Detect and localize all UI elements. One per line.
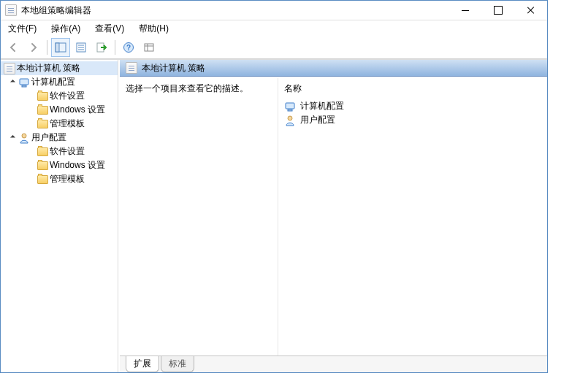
svg-rect-9 xyxy=(145,44,153,51)
toolbar: ? xyxy=(1,36,547,59)
menu-file[interactable]: 文件(F) xyxy=(5,21,39,36)
filter-icon xyxy=(143,42,155,53)
list-item-label: 计算机配置 xyxy=(300,100,344,112)
details-header-title: 本地计算机 策略 xyxy=(142,62,205,74)
titlebar: 本地组策略编辑器 xyxy=(1,1,547,20)
help-icon: ? xyxy=(123,42,134,53)
folder-icon xyxy=(37,120,48,128)
tree-leaf-software-settings[interactable]: 软件设置 xyxy=(1,89,118,103)
details-body: 选择一个项目来查看它的描述。 名称 计算机配置 xyxy=(120,77,547,356)
body: 本地计算机 策略 计算机配置 软件设置 W xyxy=(1,59,547,372)
window-title-text: 本地组策略编辑器 xyxy=(21,4,91,17)
svg-rect-16 xyxy=(288,109,292,111)
folder-icon xyxy=(37,147,48,156)
filter-button[interactable] xyxy=(140,38,159,57)
policy-doc-icon xyxy=(5,4,17,16)
toolbar-separator xyxy=(115,40,115,55)
tree-node-computer-config[interactable]: 计算机配置 xyxy=(1,75,118,89)
list-item-user-config[interactable]: 用户配置 xyxy=(284,113,541,127)
tree-label: 软件设置 xyxy=(50,145,85,158)
items-list: 名称 计算机配置 用户配置 xyxy=(278,78,547,356)
tree-label: Windows 设置 xyxy=(50,104,105,116)
close-button[interactable] xyxy=(514,1,547,20)
svg-point-14 xyxy=(22,134,26,138)
arrow-right-icon xyxy=(28,42,39,53)
tree-leaf-windows-settings[interactable]: Windows 设置 xyxy=(1,103,118,117)
tab-extended[interactable]: 扩展 xyxy=(126,356,159,372)
toolbar-separator xyxy=(47,40,47,55)
tree-pane-icon xyxy=(55,42,66,53)
menu-action[interactable]: 操作(A) xyxy=(48,21,83,36)
show-tree-button[interactable] xyxy=(51,38,70,57)
tree-leaf-software-settings[interactable]: 软件设置 xyxy=(1,145,118,158)
details-header: 本地计算机 策略 xyxy=(120,60,547,77)
details-pane: 本地计算机 策略 选择一个项目来查看它的描述。 名称 计算机配置 xyxy=(118,60,547,372)
export-button[interactable] xyxy=(92,38,111,57)
user-icon xyxy=(284,115,296,126)
svg-rect-1 xyxy=(56,43,59,52)
tree-label: 管理模板 xyxy=(50,173,85,185)
column-header-name[interactable]: 名称 xyxy=(284,81,541,99)
sidebar-tree: 本地计算机 策略 计算机配置 软件设置 W xyxy=(1,60,118,372)
tree-label: 管理模板 xyxy=(50,118,85,130)
folder-icon xyxy=(37,175,48,184)
svg-point-17 xyxy=(288,116,292,120)
menu-view[interactable]: 查看(V) xyxy=(92,21,127,36)
tree-label: 本地计算机 策略 xyxy=(17,62,80,74)
window-title: 本地组策略编辑器 xyxy=(5,4,449,17)
tree-node-user-config[interactable]: 用户配置 xyxy=(1,131,118,145)
svg-rect-13 xyxy=(22,85,26,87)
forward-button[interactable] xyxy=(24,38,43,57)
tree-label: 计算机配置 xyxy=(31,76,75,88)
arrow-left-icon xyxy=(7,42,19,53)
description-prompt: 选择一个项目来查看它的描述。 xyxy=(126,83,248,93)
policy-doc-icon xyxy=(126,62,137,74)
description-panel: 选择一个项目来查看它的描述。 xyxy=(120,78,278,356)
tree-label: 软件设置 xyxy=(50,90,85,102)
properties-icon xyxy=(75,42,87,53)
minimize-button[interactable] xyxy=(449,1,481,20)
svg-rect-15 xyxy=(286,103,294,109)
computer-icon xyxy=(18,77,30,88)
list-item-label: 用户配置 xyxy=(300,114,335,126)
chevron-down-icon[interactable] xyxy=(8,134,17,142)
folder-icon xyxy=(37,92,48,101)
menu-help[interactable]: 帮助(H) xyxy=(136,21,172,36)
tree-label: Windows 设置 xyxy=(50,159,105,172)
maximize-button[interactable] xyxy=(481,1,514,20)
export-icon xyxy=(96,42,107,53)
help-button[interactable]: ? xyxy=(119,38,138,57)
policy-doc-icon xyxy=(4,63,15,74)
tree-label: 用户配置 xyxy=(31,131,66,144)
user-icon xyxy=(18,132,30,144)
tab-standard[interactable]: 标准 xyxy=(161,356,194,372)
window-controls xyxy=(449,1,547,20)
menubar: 文件(F) 操作(A) 查看(V) 帮助(H) xyxy=(1,20,547,36)
app-window: 本地组策略编辑器 文件(F) 操作(A) 查看(V) 帮助(H) xyxy=(0,0,548,373)
folder-icon xyxy=(37,106,48,115)
tree-node-root[interactable]: 本地计算机 策略 xyxy=(1,61,118,75)
tree-leaf-windows-settings[interactable]: Windows 设置 xyxy=(1,158,118,172)
chevron-down-icon[interactable] xyxy=(8,78,17,87)
properties-button[interactable] xyxy=(72,38,91,57)
tree-leaf-admin-templates[interactable]: 管理模板 xyxy=(1,117,118,131)
folder-icon xyxy=(37,161,48,170)
details-tabs: 扩展 标准 xyxy=(120,356,547,372)
computer-icon xyxy=(284,101,296,112)
svg-rect-12 xyxy=(20,79,28,85)
svg-text:?: ? xyxy=(126,44,131,52)
list-item-computer-config[interactable]: 计算机配置 xyxy=(284,99,541,113)
back-button[interactable] xyxy=(4,38,23,57)
tree-leaf-admin-templates[interactable]: 管理模板 xyxy=(1,172,118,186)
